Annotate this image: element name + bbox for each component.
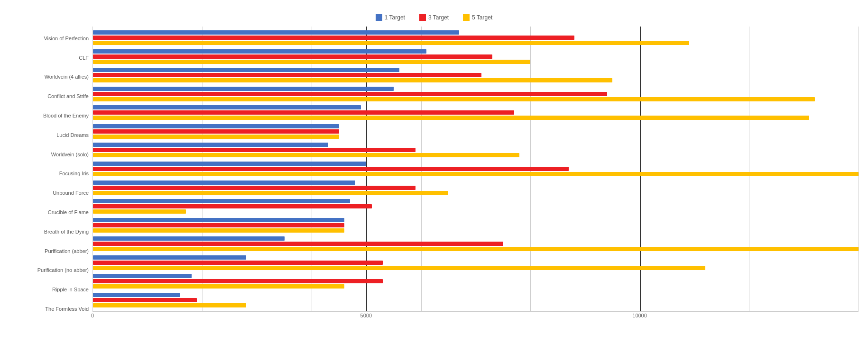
bar [93,274,192,278]
legend: 1 Target3 Target5 Target [9,14,859,21]
bar-row [93,217,859,222]
bar-row [93,105,859,110]
bar [93,54,492,59]
bars-container [93,27,859,311]
bar [93,105,361,109]
bar-group [93,28,859,47]
bar-row [93,59,859,64]
bar-group [93,103,859,122]
x-axis-label: 0 [91,313,94,318]
bar-group [93,253,859,272]
bar-row [93,124,859,128]
chart-container: 1 Target3 Target5 Target Vision of Perfe… [0,0,868,361]
bar [93,191,448,195]
bar [93,124,339,128]
bar [93,97,815,101]
bar-row [93,204,859,209]
bar-row [93,68,859,72]
bar [93,303,246,307]
bar-row [93,274,859,279]
bar [93,153,519,157]
bar-row [93,223,859,227]
bar-row [93,97,859,101]
bar-row [93,180,859,185]
bar-row [93,86,859,91]
bar-group [93,160,859,179]
bar-group [93,122,859,141]
bar [93,247,859,251]
bar [93,186,416,190]
y-label: Conflict and Strife [19,87,89,106]
legend-item: 5 Target [463,14,492,21]
bar [93,135,339,139]
bar [93,242,503,246]
grid-line [859,27,859,311]
y-label: Crucible of Flame [19,203,89,222]
y-label: Ripple in Space [19,280,89,299]
bar [93,172,859,176]
bar-row [93,284,859,289]
bar-row [93,255,859,260]
bar-row [93,129,859,134]
legend-color-box [376,14,382,21]
y-label: Worldvein (4 allies) [19,68,89,87]
bar [93,73,481,77]
bar [93,204,372,208]
bar [93,49,426,54]
bar [93,209,186,214]
bar-row [93,148,859,153]
bar-row [93,236,859,241]
bar-row [93,260,859,265]
bar-row [93,303,859,307]
bar-row [93,199,859,204]
chart-area: Vision of PerfectionCLFWorldvein (4 alli… [9,27,859,321]
bar-row [93,116,859,120]
bar [93,41,689,45]
x-axis-labels: 0500010000 [92,312,859,321]
bar-group [93,66,859,85]
bar [93,279,383,283]
y-label: CLF [19,48,89,68]
grid-and-bars [92,27,859,312]
bar [93,266,705,270]
bar [93,87,394,91]
y-label: Lucid Dreams [19,126,89,145]
bar-row [93,134,859,139]
bar [93,218,344,222]
legend-label: 1 Target [385,14,405,21]
bar-row [93,78,859,83]
bar [93,116,809,120]
bar [93,162,366,166]
bar [93,199,350,203]
x-axis-label: 10000 [632,313,647,318]
bar-row [93,265,859,270]
bar-row [93,73,859,78]
bar-group [93,235,859,253]
bar-row [93,292,859,297]
legend-label: 5 Target [472,14,492,21]
bar [93,78,612,82]
y-label: Purification (abber) [19,242,89,261]
bar [93,36,574,40]
legend-label: 3 Target [428,14,449,21]
bar [93,236,285,241]
plot-area: 0500010000 [92,27,859,321]
bar-group [93,216,859,235]
y-label: Focusing Iris [19,164,89,184]
bar [93,293,180,297]
bar-group [93,85,859,104]
bar [93,284,344,289]
bar [93,110,514,115]
x-axis-label: 5000 [360,313,372,318]
bar [93,129,339,134]
bar-group [93,178,859,197]
bar-group [93,272,859,291]
bar [93,30,459,35]
bar [93,167,569,171]
y-label: Vision of Perfection [19,29,89,48]
y-label: Blood of the Enemy [19,106,89,126]
legend-color-box [419,14,426,21]
bar-row [93,209,859,214]
bar [93,148,416,152]
bar-row [93,30,859,35]
